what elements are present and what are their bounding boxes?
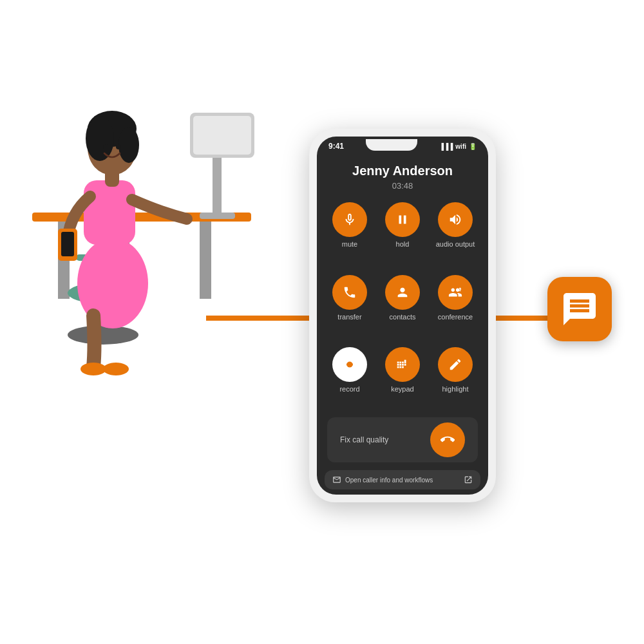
call-duration: 03:48 xyxy=(317,181,488,191)
app-icon[interactable] xyxy=(547,277,612,341)
external-link-icon xyxy=(464,475,473,484)
fix-call-quality-label: Fix call quality xyxy=(340,435,388,444)
svg-rect-9 xyxy=(84,180,135,245)
transfer-button[interactable]: transfer xyxy=(327,275,372,340)
highlight-button[interactable]: highlight xyxy=(433,347,478,412)
contacts-label: contacts xyxy=(390,313,416,321)
record-button[interactable]: record xyxy=(327,347,372,412)
audio-output-label: audio output xyxy=(436,240,475,248)
audio-output-button[interactable]: audio output xyxy=(433,202,478,267)
phone-mockup: 9:41 ▐▐▐ wifi 🔋 Jenny Anderson 03:48 xyxy=(309,129,496,502)
status-bar: 9:41 ▐▐▐ wifi 🔋 xyxy=(317,137,488,153)
keypad-label: keypad xyxy=(391,385,413,393)
mute-circle xyxy=(332,202,367,237)
bottom-bar-content: Open caller info and workflows xyxy=(332,475,433,484)
wifi-icon: wifi xyxy=(455,143,466,150)
conference-label: conference xyxy=(438,313,473,321)
fix-call-quality-row[interactable]: Fix call quality xyxy=(327,417,478,462)
signal-icon: ▐▐▐ xyxy=(439,143,453,150)
record-circle xyxy=(332,347,367,382)
svg-point-15 xyxy=(103,144,108,149)
highlight-circle xyxy=(438,347,473,382)
svg-point-13 xyxy=(86,116,114,161)
highlight-label: highlight xyxy=(442,385,469,393)
record-label: record xyxy=(339,385,359,393)
button-grid: mute hold audio output xyxy=(317,197,488,417)
phone-frame: 9:41 ▐▐▐ wifi 🔋 Jenny Anderson 03:48 xyxy=(309,129,496,502)
status-icons: ▐▐▐ wifi 🔋 xyxy=(439,143,477,150)
svg-rect-20 xyxy=(200,213,235,219)
contacts-button[interactable]: contacts xyxy=(380,275,425,340)
contacts-circle xyxy=(385,275,420,310)
conference-button[interactable]: conference xyxy=(433,275,478,340)
battery-icon: 🔋 xyxy=(469,143,477,150)
person-illustration xyxy=(0,0,258,386)
hold-label: hold xyxy=(396,240,410,248)
bottom-bar[interactable]: Open caller info and workflows xyxy=(325,470,480,489)
end-call-button[interactable] xyxy=(430,422,465,457)
svg-point-24 xyxy=(103,363,129,375)
svg-rect-19 xyxy=(213,155,222,219)
svg-rect-22 xyxy=(193,116,251,155)
mute-button[interactable]: mute xyxy=(327,202,372,267)
transfer-circle xyxy=(332,275,367,310)
transfer-label: transfer xyxy=(337,313,361,321)
mute-label: mute xyxy=(342,240,357,248)
svg-point-16 xyxy=(116,144,121,149)
conference-circle xyxy=(438,275,473,310)
svg-point-23 xyxy=(80,363,106,375)
caller-info: Jenny Anderson 03:48 xyxy=(317,153,488,197)
svg-rect-2 xyxy=(200,222,211,299)
svg-rect-18 xyxy=(61,232,74,256)
phone-screen: 9:41 ▐▐▐ wifi 🔋 Jenny Anderson 03:48 xyxy=(317,137,488,495)
status-time: 9:41 xyxy=(328,142,344,151)
notch xyxy=(366,139,417,151)
svg-point-14 xyxy=(118,127,139,163)
bottom-bar-text: Open caller info and workflows xyxy=(345,477,433,484)
keypad-circle xyxy=(385,347,420,382)
keypad-button[interactable]: keypad xyxy=(380,347,425,412)
hold-circle xyxy=(385,202,420,237)
chat-bubble-icon xyxy=(560,290,599,328)
audio-output-circle xyxy=(438,202,473,237)
svg-point-25 xyxy=(459,288,461,290)
svg-rect-29 xyxy=(348,363,352,366)
caller-name: Jenny Anderson xyxy=(317,164,488,178)
hold-button[interactable]: hold xyxy=(380,202,425,267)
